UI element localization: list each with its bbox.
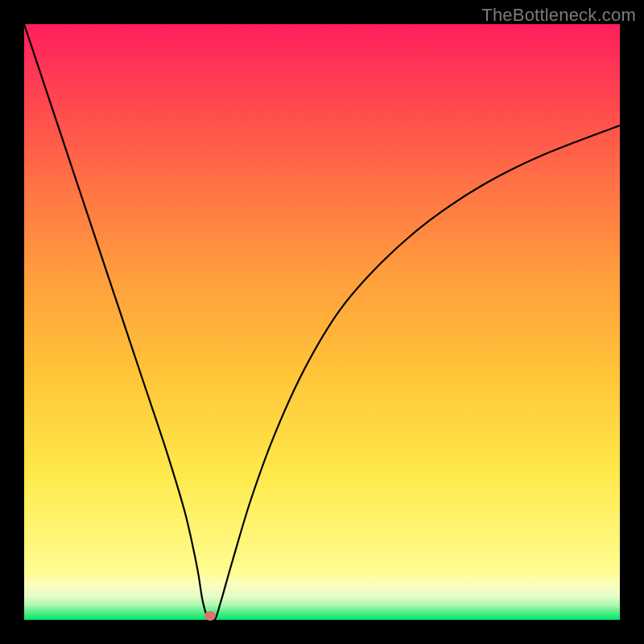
plot-area	[24, 24, 620, 620]
curve-svg	[24, 24, 620, 620]
chart-frame: TheBottleneck.com	[0, 0, 644, 644]
watermark-text: TheBottleneck.com	[481, 5, 636, 26]
bottleneck-curve	[24, 24, 620, 620]
min-point-marker	[204, 611, 216, 621]
